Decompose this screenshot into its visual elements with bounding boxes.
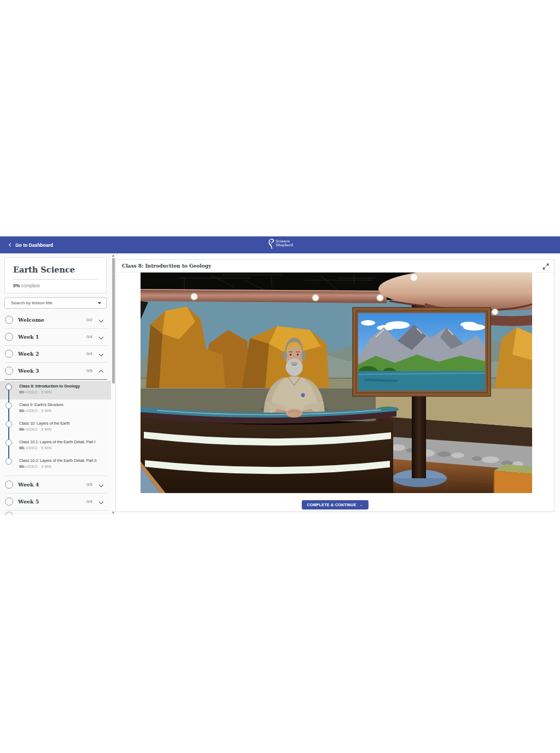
lesson-item-class-10-2[interactable]: Class 10.2: Layers of the Earth Detail, …	[0, 455, 111, 476]
progress-value: 0%	[13, 283, 20, 288]
lesson-title: Class 10.1: Layers of the Earth Detail, …	[19, 439, 95, 444]
go-to-dashboard-link[interactable]: Go to Dashboard	[9, 236, 53, 253]
chevron-down-icon	[99, 318, 103, 322]
lesson-sidebar: Earth Science 0% complete Welcome 0/2 We…	[0, 253, 111, 515]
progress-label: complete	[21, 283, 40, 288]
section-progress: 0/5	[86, 476, 92, 493]
lesson-title: Class 8: Introduction to Geology	[19, 384, 80, 389]
video-camera-icon	[19, 391, 24, 393]
video-player[interactable]	[141, 273, 532, 493]
section-status-circle	[5, 512, 13, 515]
section-label: Week 1	[18, 328, 39, 345]
section-status-circle	[5, 367, 13, 375]
lesson-header-title: Class 8: Introduction to Geology	[122, 260, 211, 273]
lesson-title: Class 9: Earth's Structure	[19, 402, 63, 407]
lesson-meta: VIDEO · 6 MIN	[19, 465, 51, 468]
lesson-title: Class 10.2: Layers of the Earth Detail, …	[19, 458, 96, 463]
complete-continue-button[interactable]: COMPLETE & CONTINUE →	[301, 500, 368, 509]
chevron-down-icon	[99, 483, 103, 487]
go-to-dashboard-label: Go to Dashboard	[15, 242, 53, 248]
course-progress: 0% complete	[5, 280, 106, 288]
lesson-item-class-10-1[interactable]: Class 10.1: Layers of the Earth Detail, …	[0, 437, 111, 455]
section-label: Welcome	[18, 311, 44, 328]
sidebar-section-week-5[interactable]: Week 5 0/4	[0, 493, 111, 510]
sidebar-section-week-4[interactable]: Week 4 0/5	[0, 476, 111, 493]
sidebar-scrollbar	[111, 253, 115, 515]
top-navigation-bar: Go to Dashboard Science Shepherd	[0, 236, 560, 253]
section-label: Week 4	[18, 476, 39, 493]
search-input[interactable]	[11, 298, 96, 308]
lesson-status-circle	[5, 439, 12, 446]
lesson-meta: VIDEO · 5 MIN	[19, 446, 51, 450]
course-title: Earth Science	[5, 258, 106, 274]
divider	[4, 379, 107, 380]
chevron-up-icon	[99, 370, 103, 374]
logo-wordmark: Science Shepherd	[276, 240, 293, 247]
chevron-down-icon	[99, 500, 103, 504]
video-camera-icon	[19, 428, 24, 431]
lesson-meta: VIDEO · 5 MIN	[19, 427, 51, 431]
lesson-status-circle	[5, 421, 12, 427]
section-status-circle	[5, 497, 13, 506]
section-status-circle	[5, 316, 13, 324]
section-progress: 0/4	[86, 345, 92, 362]
section-progress: 0/5	[86, 362, 92, 379]
section-label: Week 2	[18, 345, 39, 362]
lesson-content-card: Class 8: Introduction to Geology	[115, 259, 555, 512]
lesson-item-class-8[interactable]: Class 8: Introduction to Geology VIDEO ·…	[0, 381, 111, 399]
lesson-status-circle	[5, 458, 12, 465]
section-status-circle	[5, 480, 13, 489]
fullscreen-expand-icon[interactable]	[542, 263, 549, 270]
section-label: Week 5	[18, 493, 39, 510]
video-camera-icon	[19, 447, 24, 449]
section-progress: 0/4	[86, 328, 92, 345]
arrow-right-icon: →	[359, 503, 363, 507]
lesson-search-box	[4, 297, 107, 309]
course-summary-card: Earth Science 0% complete	[4, 257, 107, 293]
scroll-down-arrow[interactable]	[112, 512, 114, 514]
lesson-status-circle	[5, 402, 12, 409]
lesson-item-class-9[interactable]: Class 9: Earth's Structure VIDEO · 5 MIN	[0, 399, 111, 418]
section-label: Week 3	[18, 362, 39, 379]
section-status-circle	[5, 350, 13, 358]
chevron-left-icon	[9, 243, 13, 247]
sidebar-section-week-2[interactable]: Week 2 0/4	[0, 345, 111, 362]
video-frame-studio-scene	[141, 273, 532, 493]
lesson-meta: VIDEO · 5 MIN	[19, 409, 51, 413]
chevron-down-icon	[99, 335, 103, 339]
divider	[4, 510, 107, 511]
section-status-circle	[5, 333, 13, 341]
lesson-meta: VIDEO · 5 MIN	[19, 390, 51, 394]
lesson-status-circle	[5, 384, 12, 390]
science-shepherd-logo: Science Shepherd	[267, 238, 293, 249]
complete-continue-label: COMPLETE & CONTINUE	[307, 503, 356, 507]
video-camera-icon	[19, 409, 24, 412]
sidebar-section-week-1[interactable]: Week 1 0/4	[0, 328, 111, 345]
chevron-down-icon[interactable]	[98, 302, 101, 304]
video-camera-icon	[19, 465, 24, 468]
course-player-app: Go to Dashboard Science Shepherd Earth S…	[0, 236, 560, 515]
section-progress: 0/2	[86, 311, 92, 328]
lesson-item-class-10[interactable]: Class 10: Layers of the Earth VIDEO · 5 …	[0, 418, 111, 437]
chevron-down-icon	[99, 352, 103, 356]
scrollbar-thumb[interactable]	[112, 258, 115, 384]
section-progress: 0/4	[86, 493, 92, 510]
sidebar-section-welcome[interactable]: Welcome 0/2	[0, 311, 111, 328]
lesson-title: Class 10: Layers of the Earth	[19, 421, 69, 426]
lesson-header: Class 8: Introduction to Geology	[116, 260, 554, 273]
shepherd-crook-icon	[267, 238, 274, 249]
scroll-up-arrow[interactable]	[112, 254, 114, 257]
sidebar-section-week-3[interactable]: Week 3 0/5	[0, 362, 111, 379]
